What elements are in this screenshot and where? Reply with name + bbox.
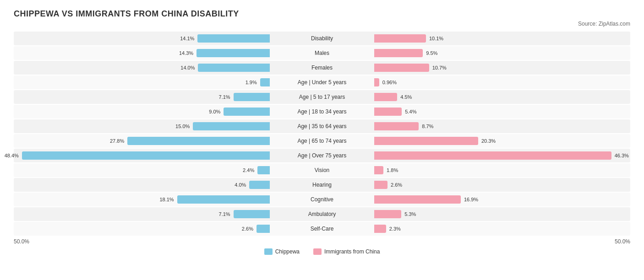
left-value: 48.4%	[5, 153, 20, 158]
chart-row: 1.9% Age | Under 5 years 0.96%	[14, 75, 630, 89]
row-label: Disability	[272, 35, 372, 42]
row-label: Age | Over 75 years	[272, 152, 372, 159]
left-section: 18.1%	[14, 193, 272, 206]
right-value: 5.4%	[404, 109, 416, 114]
bar-right: 0.96%	[374, 78, 379, 86]
right-value: 5.3%	[403, 211, 416, 217]
bar-left: 2.6%	[257, 225, 270, 233]
axis-row: 50.0% 50.0%	[14, 238, 630, 245]
right-value: 16.9%	[463, 197, 478, 202]
row-label: Self-Care	[272, 226, 372, 232]
chart-row: 7.1% Age | 5 to 17 years 4.5%	[14, 90, 630, 104]
chart-row: 48.4% Age | Over 75 years 46.3%	[14, 149, 630, 162]
row-label: Cognitive	[272, 196, 372, 203]
right-section: 9.5%	[372, 46, 630, 60]
bar-container: 14.1% Disability 10.1%	[14, 32, 630, 45]
bar-right: 2.3%	[374, 225, 386, 233]
legend: Chippewa Immigrants from China	[14, 248, 630, 255]
row-label: Age | 5 to 17 years	[272, 94, 372, 100]
right-section: 2.3%	[372, 222, 630, 236]
right-section: 2.6%	[372, 178, 630, 192]
bar-left: 15.0%	[193, 122, 270, 130]
left-section: 14.3%	[14, 46, 272, 60]
bar-left: 9.0%	[224, 108, 270, 116]
bar-container: 15.0% Age | 35 to 64 years 8.7%	[14, 119, 630, 133]
right-value: 0.96%	[381, 80, 397, 85]
bar-container: 27.8% Age | 65 to 74 years 20.3%	[14, 134, 630, 148]
right-section: 0.96%	[372, 75, 630, 89]
right-section: 1.8%	[372, 163, 630, 177]
left-value: 7.1%	[219, 94, 232, 100]
bar-right: 16.9%	[374, 195, 461, 204]
chart-row: 14.1% Disability 10.1%	[14, 32, 630, 45]
bar-right: 2.6%	[374, 181, 387, 189]
axis-right-label: 50.0%	[372, 238, 630, 245]
left-section: 2.4%	[14, 163, 272, 177]
right-value: 8.7%	[420, 124, 433, 129]
right-value: 2.3%	[388, 226, 401, 232]
left-value: 18.1%	[159, 197, 175, 202]
bar-container: 18.1% Cognitive 16.9%	[14, 193, 630, 206]
bar-right: 1.8%	[374, 166, 383, 174]
left-section: 9.0%	[14, 105, 272, 118]
left-value: 27.8%	[110, 138, 126, 144]
left-section: 2.6%	[14, 222, 272, 236]
left-section: 15.0%	[14, 119, 272, 133]
legend-swatch-chippewa	[264, 248, 273, 255]
row-label: Females	[272, 65, 372, 71]
chart-row: 7.1% Ambulatory 5.3%	[14, 207, 630, 221]
left-value: 14.1%	[180, 36, 196, 41]
row-label: Males	[272, 50, 372, 56]
bar-right: 9.5%	[374, 49, 423, 57]
bar-container: 7.1% Age | 5 to 17 years 4.5%	[14, 90, 630, 104]
bar-container: 14.0% Females 10.7%	[14, 61, 630, 75]
right-value: 46.3%	[613, 153, 629, 158]
right-section: 4.5%	[372, 90, 630, 104]
left-section: 7.1%	[14, 90, 272, 104]
bar-container: 14.3% Males 9.5%	[14, 46, 630, 60]
row-label: Age | 18 to 34 years	[272, 108, 372, 115]
chart-row: 18.1% Cognitive 16.9%	[14, 193, 630, 206]
chart-title: CHIPPEWA VS IMMIGRANTS FROM CHINA DISABI…	[14, 9, 630, 19]
bar-left: 2.4%	[257, 166, 270, 174]
bar-container: 9.0% Age | 18 to 34 years 5.4%	[14, 105, 630, 118]
right-section: 8.7%	[372, 119, 630, 133]
chart-row: 14.3% Males 9.5%	[14, 46, 630, 60]
bar-left: 14.0%	[198, 64, 270, 72]
row-label: Age | 65 to 74 years	[272, 138, 372, 144]
row-label: Vision	[272, 167, 372, 173]
bar-left: 4.0%	[249, 181, 270, 189]
left-value: 15.0%	[175, 124, 191, 129]
left-value: 7.1%	[219, 211, 232, 217]
bar-container: 48.4% Age | Over 75 years 46.3%	[14, 149, 630, 162]
bar-left: 27.8%	[127, 137, 270, 145]
legend-chippewa: Chippewa	[264, 248, 300, 255]
legend-label-immigrants: Immigrants from China	[324, 248, 380, 255]
left-value: 14.3%	[179, 50, 195, 56]
bar-left: 14.1%	[197, 34, 270, 43]
bar-container: 4.0% Hearing 2.6%	[14, 178, 630, 192]
bar-right: 10.1%	[374, 34, 426, 43]
right-section: 20.3%	[372, 134, 630, 148]
right-section: 5.4%	[372, 105, 630, 118]
row-label: Age | 35 to 64 years	[272, 123, 372, 129]
right-value: 10.7%	[431, 65, 447, 70]
left-value: 2.6%	[242, 226, 255, 232]
chart-row: 9.0% Age | 18 to 34 years 5.4%	[14, 105, 630, 118]
right-value: 2.6%	[389, 182, 402, 188]
chart-row: 27.8% Age | 65 to 74 years 20.3%	[14, 134, 630, 148]
left-section: 14.1%	[14, 32, 272, 45]
chart-row: 15.0% Age | 35 to 64 years 8.7%	[14, 119, 630, 133]
left-value: 2.4%	[243, 167, 256, 173]
chart-row: 2.6% Self-Care 2.3%	[14, 222, 630, 236]
bar-left: 1.9%	[260, 78, 270, 86]
chart-row: 4.0% Hearing 2.6%	[14, 178, 630, 192]
row-label: Ambulatory	[272, 211, 372, 217]
bar-left: 18.1%	[177, 195, 270, 204]
left-value: 4.0%	[235, 182, 247, 188]
chart-row: 14.0% Females 10.7%	[14, 61, 630, 75]
bar-container: 2.6% Self-Care 2.3%	[14, 222, 630, 236]
bar-right: 5.4%	[374, 108, 402, 116]
right-value: 20.3%	[480, 138, 496, 144]
left-section: 7.1%	[14, 207, 272, 221]
